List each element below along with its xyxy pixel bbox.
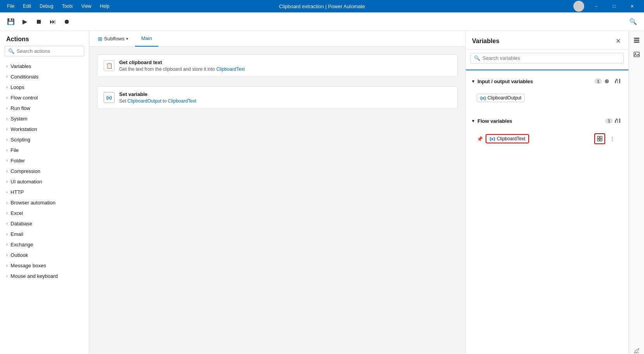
chevron-right-icon: › xyxy=(6,169,7,173)
sidebar-item-outlook[interactable]: › Outlook xyxy=(0,250,89,260)
sidebar-item-label: Compression xyxy=(10,168,40,174)
sidebar-item-label: Run flow xyxy=(10,105,30,111)
record-button[interactable]: ⏺ xyxy=(61,16,73,28)
menu-view[interactable]: View xyxy=(77,2,95,10)
sidebar-item-label: Browser automation xyxy=(10,200,56,206)
flow-step-2[interactable]: {x} Set variable Set ClipboardOutput to … xyxy=(97,86,458,109)
chevron-right-icon: › xyxy=(6,253,7,257)
menu-tools[interactable]: Tools xyxy=(58,2,76,10)
step-button[interactable]: ⏭ xyxy=(47,16,59,28)
pin-variable-button[interactable]: 📌 xyxy=(477,136,483,142)
subflows-icon: ⊞ xyxy=(98,36,102,42)
variables-header: Variables ✕ xyxy=(466,31,628,50)
sidebar-item-database[interactable]: › Database xyxy=(0,218,89,229)
filter-variables-button[interactable]: ⛙ xyxy=(613,77,622,86)
eraser-button[interactable] xyxy=(630,345,643,354)
chevron-right-icon: › xyxy=(6,180,7,184)
sidebar-item-label: Email xyxy=(10,231,23,237)
chevron-right-icon: › xyxy=(6,232,7,236)
chevron-right-icon: › xyxy=(6,221,7,226)
menu-help[interactable]: Help xyxy=(96,2,113,10)
flow-step-1[interactable]: 📋 Get clipboard text Get the text from t… xyxy=(97,54,458,77)
sidebar-item-conditionals[interactable]: › Conditionals xyxy=(0,71,89,82)
sidebar-item-run-flow[interactable]: › Run flow xyxy=(0,103,89,113)
sidebar-item-folder[interactable]: › Folder xyxy=(0,155,89,166)
actions-list: › Variables › Conditionals › Loops › Flo… xyxy=(0,59,89,354)
right-icons-panel xyxy=(628,31,644,354)
variables-search-box[interactable]: 🔍 xyxy=(470,53,624,63)
actions-panel: Actions 🔍 › Variables › Conditionals › L… xyxy=(0,31,89,354)
sidebar-item-variables[interactable]: › Variables xyxy=(0,61,89,71)
flow-section-label: Flow variables xyxy=(477,118,603,124)
flow-filter-button[interactable]: ⛙ xyxy=(613,116,622,126)
actions-search-box[interactable]: 🔍 xyxy=(5,46,84,56)
sidebar-item-compression[interactable]: › Compression xyxy=(0,166,89,176)
maximize-button[interactable]: □ xyxy=(605,0,623,12)
sidebar-item-message-boxes[interactable]: › Message boxes xyxy=(0,260,89,271)
chevron-right-icon: › xyxy=(6,274,7,278)
input-output-count-badge: 1 xyxy=(594,78,602,84)
menu-debug[interactable]: Debug xyxy=(36,2,57,10)
input-output-section-header[interactable]: ▾ Input / output variables 1 ⊕ ⛙ xyxy=(466,73,628,89)
tabs-bar: ⊞ Subflows ▾ Main xyxy=(89,31,465,47)
sidebar-item-flow-control[interactable]: › Flow control xyxy=(0,92,89,103)
clipboard-output-var-item: {x} ClipboardOutput xyxy=(470,91,624,105)
step-1-content: Get clipboard text Get the text from the… xyxy=(119,59,451,72)
user-avatar[interactable] xyxy=(573,1,584,12)
sidebar-item-scripting[interactable]: › Scripting xyxy=(0,134,89,145)
flow-step-wrapper-1: 1 📋 Get clipboard text Get the text from… xyxy=(97,54,458,82)
flow-step-wrapper-2: 2 {x} Set variable Set ClipboardOutput t… xyxy=(97,86,458,113)
flow-variables-section: ▾ Flow variables 1 ⛙ 📌 {x} ClipboardText xyxy=(466,113,628,149)
sidebar-item-mouse-keyboard[interactable]: › Mouse and keyboard xyxy=(0,271,89,281)
variable-more-button[interactable]: ⋮ xyxy=(607,133,618,144)
variables-search-input[interactable] xyxy=(483,55,620,61)
sidebar-item-loops[interactable]: › Loops xyxy=(0,82,89,92)
sidebar-item-label: Excel xyxy=(10,210,23,216)
sidebar-item-label: System xyxy=(10,116,27,122)
sidebar-item-system[interactable]: › System xyxy=(0,113,89,124)
add-variable-button[interactable]: ⊕ xyxy=(602,77,611,86)
toolbar: 💾 ▶ ⏹ ⏭ ⏺ 🔍 xyxy=(0,12,644,31)
input-output-variables-section: ▾ Input / output variables 1 ⊕ ⛙ {x} Cli… xyxy=(466,70,628,107)
menu-file[interactable]: File xyxy=(3,2,18,10)
sidebar-item-label: HTTP xyxy=(10,189,24,195)
sidebar-item-label: UI automation xyxy=(10,179,42,185)
chevron-right-icon: › xyxy=(6,75,7,79)
image-button[interactable] xyxy=(630,48,643,61)
sidebar-item-email[interactable]: › Email xyxy=(0,229,89,239)
step-1-desc-prefix: Get the text from the clipboard and stor… xyxy=(119,66,215,72)
sidebar-item-browser-automation[interactable]: › Browser automation xyxy=(0,197,89,208)
layers-button[interactable] xyxy=(630,34,643,47)
sidebar-item-workstation[interactable]: › Workstation xyxy=(0,124,89,134)
tab-main[interactable]: Main xyxy=(135,31,158,47)
clipboard-output-label: ClipboardOutput xyxy=(488,95,521,101)
flow-section-header[interactable]: ▾ Flow variables 1 ⛙ xyxy=(466,113,628,129)
sidebar-item-ui-automation[interactable]: › UI automation xyxy=(0,176,89,187)
menu-edit[interactable]: Edit xyxy=(19,2,35,10)
canvas-search-button[interactable]: 🔍 xyxy=(627,16,639,28)
run-button[interactable]: ▶ xyxy=(19,16,31,28)
sidebar-item-label: Mouse and keyboard xyxy=(10,273,57,279)
actions-search-input[interactable] xyxy=(17,48,81,54)
step-2-input-var: ClipboardText xyxy=(168,98,196,104)
sidebar-item-http[interactable]: › HTTP xyxy=(0,187,89,197)
variable-details-button[interactable] xyxy=(594,133,605,144)
sidebar-item-exchange[interactable]: › Exchange xyxy=(0,239,89,250)
stop-button[interactable]: ⏹ xyxy=(33,16,45,28)
subflows-button[interactable]: ⊞ Subflows ▾ xyxy=(94,33,132,44)
sidebar-item-label: Database xyxy=(10,221,32,227)
step-2-output-var: ClipboardOutput xyxy=(127,98,161,104)
clipboard-output-badge: {x} ClipboardOutput xyxy=(477,94,525,102)
step-1-desc: Get the text from the clipboard and stor… xyxy=(119,66,451,72)
sidebar-item-file[interactable]: › File xyxy=(0,145,89,155)
clipboard-text-var-item: 📌 {x} ClipboardText ⋮ xyxy=(470,130,624,147)
svg-rect-0 xyxy=(597,136,599,138)
step-2-desc: Set ClipboardOutput to ClipboardText xyxy=(119,98,451,104)
sidebar-item-label: Message boxes xyxy=(10,263,46,269)
variables-close-button[interactable]: ✕ xyxy=(614,36,622,46)
close-button[interactable]: ✕ xyxy=(623,0,641,12)
sidebar-item-excel[interactable]: › Excel xyxy=(0,208,89,218)
clipboard-text-label: ClipboardText xyxy=(497,136,525,141)
minimize-button[interactable]: − xyxy=(587,0,605,12)
save-button[interactable]: 💾 xyxy=(5,16,17,28)
